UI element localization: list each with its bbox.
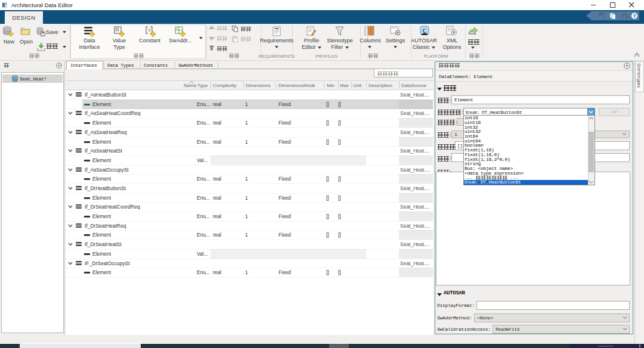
svg-text:?: ?	[633, 13, 636, 19]
svg-text:C: C	[422, 27, 426, 34]
